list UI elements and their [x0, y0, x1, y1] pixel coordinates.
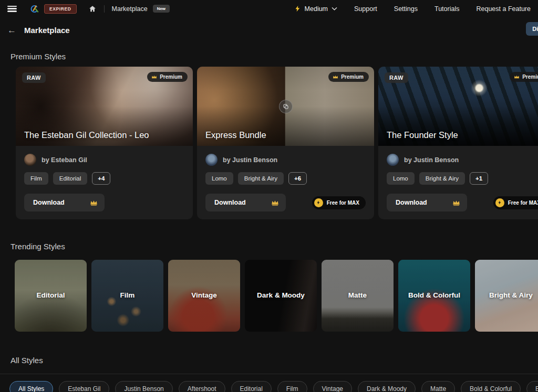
- style-tag: Lomo: [205, 172, 233, 185]
- crown-icon: [271, 199, 279, 206]
- tags-row: Lomo Bright & Airy +6: [205, 172, 366, 185]
- top-nav: EXPIRED Marketplace New Medium Support S…: [0, 0, 538, 17]
- chevron-down-icon: [332, 7, 337, 11]
- author-avatar: [205, 154, 218, 166]
- crown-icon: [151, 75, 157, 79]
- free-for-max-badge: Free for MAX: [493, 196, 538, 209]
- card-body: by Esteban Gil Film Editorial +4 Downloa…: [16, 146, 193, 219]
- lightning-icon: [495, 198, 504, 207]
- back-arrow-icon[interactable]: ←: [7, 26, 16, 35]
- filter-chip-dark-moody[interactable]: Dark & Moody: [358, 381, 416, 392]
- filter-chip-all-styles[interactable]: All Styles: [9, 381, 53, 392]
- filter-chip-justin-benson[interactable]: Justin Benson: [115, 381, 172, 392]
- trending-tile-bold-colorful[interactable]: Bold & Colorful: [398, 260, 470, 332]
- nav-link-request-feature[interactable]: Request a Feature: [476, 5, 531, 13]
- card-body: by Justin Benson Lomo Bright & Airy +1 D…: [378, 146, 538, 219]
- author-row: by Esteban Gil: [24, 154, 184, 166]
- download-button[interactable]: Download: [387, 194, 467, 211]
- free-for-max-badge: Free for MAX: [312, 196, 366, 209]
- raw-badge: RAW: [385, 72, 408, 83]
- trending-tile-vintage[interactable]: Vintage: [168, 260, 240, 332]
- speed-label: Medium: [305, 5, 328, 13]
- style-tag: Film: [24, 172, 48, 185]
- expired-badge: EXPIRED: [44, 4, 77, 14]
- card-title: The Founder Style: [387, 130, 538, 140]
- filter-chip-aftershoot[interactable]: Aftershoot: [179, 381, 225, 392]
- filter-chip-bright-airy[interactable]: Bright & Airy: [526, 381, 538, 392]
- app-logo-icon[interactable]: [29, 4, 40, 14]
- card-title: The Esteban Gil Collection - Leo: [24, 130, 187, 140]
- filter-chip-editorial[interactable]: Editorial: [231, 381, 272, 392]
- trending-tiles-row: Editorial Film Vintage Dark & Moody Matt…: [15, 260, 538, 332]
- premium-card-esteban-gil-collection[interactable]: RAW Premium The Esteban Gil Collection -…: [16, 67, 193, 219]
- crown-icon: [333, 75, 338, 79]
- premium-badge: Premium: [147, 72, 188, 82]
- bundle-layers-icon: [279, 100, 293, 113]
- nav-marketplace-label[interactable]: Marketplace: [112, 5, 148, 13]
- card-image: RAW Premium The Founder Style: [378, 67, 538, 146]
- filter-chips-row: All Styles Esteban Gil Justin Benson Aft…: [9, 381, 538, 392]
- premium-styles-heading: Premium Styles: [11, 52, 538, 61]
- premium-badge: Premium: [328, 72, 369, 82]
- filter-chip-matte[interactable]: Matte: [421, 381, 455, 392]
- card-footer: Download: [24, 194, 184, 211]
- premium-badge: Premium: [510, 72, 538, 82]
- filter-chip-esteban-gil[interactable]: Esteban Gil: [59, 381, 109, 392]
- author-avatar: [387, 154, 399, 166]
- speed-dropdown[interactable]: Medium: [294, 5, 337, 13]
- trending-styles-heading: Trending Styles: [11, 242, 538, 251]
- style-tag: Editorial: [53, 172, 88, 185]
- card-image: RAW Premium The Esteban Gil Collection -…: [16, 67, 193, 146]
- menu-icon[interactable]: [7, 6, 17, 12]
- filters-divider: [0, 374, 538, 374]
- trending-tile-matte[interactable]: Matte: [322, 260, 394, 332]
- more-tags-badge[interactable]: +6: [288, 172, 307, 185]
- premium-cards-row: RAW Premium The Esteban Gil Collection -…: [16, 67, 538, 219]
- card-image: Premium Express Bundle: [197, 67, 374, 146]
- home-icon[interactable]: [88, 5, 97, 13]
- filter-chip-vintage[interactable]: Vintage: [313, 381, 352, 392]
- style-tag: Bright & Airy: [419, 172, 465, 185]
- filter-chip-bold-colorful[interactable]: Bold & Colorful: [461, 381, 521, 392]
- nav-link-settings[interactable]: Settings: [394, 5, 418, 13]
- author-name: by Justin Benson: [223, 156, 277, 164]
- more-tags-badge[interactable]: +4: [92, 172, 110, 185]
- trending-tile-bright-airy[interactable]: Bright & Airy: [475, 260, 538, 332]
- tags-row: Film Editorial +4: [24, 172, 184, 185]
- card-footer: Download Free for MAX: [387, 194, 538, 211]
- author-name: by Esteban Gil: [42, 156, 87, 164]
- all-styles-heading: All Styles: [11, 356, 538, 365]
- card-footer: Download Free for MAX: [205, 194, 366, 211]
- new-badge: New: [153, 5, 170, 13]
- top-nav-right: Medium Support Settings Tutorials Reques…: [294, 5, 531, 13]
- download-button[interactable]: Download: [205, 194, 286, 211]
- nav-link-tutorials[interactable]: Tutorials: [434, 5, 459, 13]
- trending-tile-editorial[interactable]: Editorial: [15, 260, 87, 332]
- didnt-find-style-button[interactable]: Didn't find t: [526, 22, 538, 36]
- crown-icon: [90, 199, 98, 206]
- card-title: Express Bundle: [205, 130, 368, 140]
- premium-card-express-bundle[interactable]: Premium Express Bundle by Justin Benson …: [197, 67, 374, 219]
- page-title: Marketplace: [24, 26, 70, 35]
- card-body: by Justin Benson Lomo Bright & Airy +6 D…: [197, 146, 374, 219]
- style-tag: Lomo: [387, 172, 415, 185]
- more-tags-badge[interactable]: +1: [470, 172, 488, 185]
- page-header: ← Marketplace Didn't find t: [0, 19, 538, 40]
- filter-chip-film[interactable]: Film: [277, 381, 307, 392]
- tags-row: Lomo Bright & Airy +1: [387, 172, 538, 185]
- crown-icon: [452, 199, 460, 206]
- trending-tile-film[interactable]: Film: [91, 260, 163, 332]
- lightning-icon: [294, 5, 301, 13]
- trending-tile-dark-moody[interactable]: Dark & Moody: [245, 260, 317, 332]
- nav-divider: [104, 5, 105, 13]
- nav-link-support[interactable]: Support: [354, 5, 377, 13]
- download-button[interactable]: Download: [24, 194, 105, 211]
- author-name: by Justin Benson: [404, 156, 459, 164]
- style-tag: Bright & Airy: [238, 172, 284, 185]
- crown-icon: [514, 75, 520, 79]
- premium-card-founder-style[interactable]: RAW Premium The Founder Style by Justin …: [378, 67, 538, 219]
- lightning-icon: [314, 198, 323, 207]
- author-row: by Justin Benson: [387, 154, 538, 166]
- raw-badge: RAW: [22, 72, 46, 83]
- author-avatar: [24, 154, 36, 166]
